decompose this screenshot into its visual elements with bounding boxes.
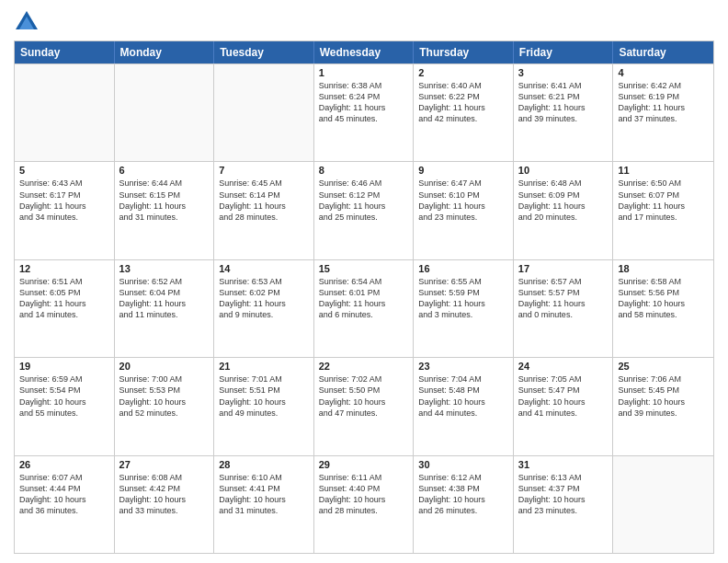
cell-text: Sunrise: 6:38 AMSunset: 6:24 PMDaylight:…: [319, 80, 409, 125]
cell-text: Sunrise: 7:00 AMSunset: 5:53 PMDaylight:…: [119, 373, 210, 419]
day-number: 12: [19, 263, 109, 274]
cell-text: Sunrise: 6:08 AMSunset: 4:42 PMDaylight:…: [119, 472, 210, 517]
cell-text: Sunrise: 6:40 AMSunset: 6:22 PMDaylight:…: [418, 80, 508, 125]
day-number: 30: [418, 459, 508, 470]
cell-text: Sunrise: 6:51 AMSunset: 6:05 PMDaylight:…: [19, 276, 109, 321]
day-number: 23: [418, 361, 508, 372]
cell-text: Sunrise: 7:04 AMSunset: 5:48 PMDaylight:…: [418, 373, 508, 419]
calendar-cell: 8Sunrise: 6:46 AMSunset: 6:12 PMDaylight…: [314, 162, 415, 259]
cell-text: Sunrise: 7:06 AMSunset: 5:45 PMDaylight:…: [618, 373, 709, 419]
cell-text: Sunrise: 7:02 AMSunset: 5:50 PMDaylight:…: [319, 373, 409, 419]
day-number: 3: [518, 67, 609, 78]
calendar-cell: 11Sunrise: 6:50 AMSunset: 6:07 PMDayligh…: [613, 162, 713, 259]
cell-text: Sunrise: 7:01 AMSunset: 5:51 PMDaylight:…: [219, 373, 309, 419]
cell-text: Sunrise: 6:44 AMSunset: 6:15 PMDaylight:…: [119, 178, 210, 223]
calendar-cell: 3Sunrise: 6:41 AMSunset: 6:21 PMDaylight…: [514, 64, 614, 161]
day-number: 4: [618, 67, 709, 78]
cell-text: Sunrise: 7:05 AMSunset: 5:47 PMDaylight:…: [518, 373, 609, 419]
calendar-header-sunday: Sunday: [15, 41, 115, 63]
day-number: 22: [319, 361, 409, 372]
calendar-cell: 15Sunrise: 6:54 AMSunset: 6:01 PMDayligh…: [314, 260, 415, 357]
calendar-cell: 26Sunrise: 6:07 AMSunset: 4:44 PMDayligh…: [15, 456, 115, 553]
cell-text: Sunrise: 6:59 AMSunset: 5:54 PMDaylight:…: [19, 373, 109, 419]
cell-text: Sunrise: 6:57 AMSunset: 5:57 PMDaylight:…: [518, 276, 609, 321]
calendar-header-row: SundayMondayTuesdayWednesdayThursdayFrid…: [15, 41, 713, 63]
calendar-cell: 31Sunrise: 6:13 AMSunset: 4:37 PMDayligh…: [514, 456, 614, 553]
calendar-cell: [214, 64, 314, 161]
calendar-cell: [613, 456, 713, 553]
cell-text: Sunrise: 6:53 AMSunset: 6:02 PMDaylight:…: [219, 276, 309, 321]
calendar-cell: 1Sunrise: 6:38 AMSunset: 6:24 PMDaylight…: [314, 64, 415, 161]
calendar-cell: 4Sunrise: 6:42 AMSunset: 6:19 PMDaylight…: [613, 64, 713, 161]
cell-text: Sunrise: 6:07 AMSunset: 4:44 PMDaylight:…: [19, 472, 109, 517]
calendar-cell: 29Sunrise: 6:11 AMSunset: 4:40 PMDayligh…: [314, 456, 415, 553]
day-number: 27: [119, 459, 210, 470]
calendar-cell: 30Sunrise: 6:12 AMSunset: 4:38 PMDayligh…: [414, 456, 514, 553]
cell-text: Sunrise: 6:12 AMSunset: 4:38 PMDaylight:…: [418, 472, 508, 517]
day-number: 21: [219, 361, 309, 372]
calendar-row-4: 26Sunrise: 6:07 AMSunset: 4:44 PMDayligh…: [15, 455, 713, 553]
calendar-cell: 14Sunrise: 6:53 AMSunset: 6:02 PMDayligh…: [214, 260, 314, 357]
day-number: 29: [319, 459, 409, 470]
day-number: 19: [19, 361, 109, 372]
cell-text: Sunrise: 6:55 AMSunset: 5:59 PMDaylight:…: [418, 276, 508, 321]
cell-text: Sunrise: 6:13 AMSunset: 4:37 PMDaylight:…: [518, 472, 609, 517]
day-number: 15: [319, 263, 409, 274]
day-number: 24: [518, 361, 609, 372]
calendar-cell: [15, 64, 115, 161]
calendar-cell: 28Sunrise: 6:10 AMSunset: 4:41 PMDayligh…: [214, 456, 314, 553]
cell-text: Sunrise: 6:43 AMSunset: 6:17 PMDaylight:…: [19, 178, 109, 223]
calendar-row-2: 12Sunrise: 6:51 AMSunset: 6:05 PMDayligh…: [15, 259, 713, 357]
calendar-cell: 16Sunrise: 6:55 AMSunset: 5:59 PMDayligh…: [414, 260, 514, 357]
logo: [14, 9, 43, 35]
calendar-cell: 18Sunrise: 6:58 AMSunset: 5:56 PMDayligh…: [613, 260, 713, 357]
calendar-row-1: 5Sunrise: 6:43 AMSunset: 6:17 PMDaylight…: [15, 161, 713, 259]
cell-text: Sunrise: 6:46 AMSunset: 6:12 PMDaylight:…: [319, 178, 409, 223]
logo-icon: [14, 9, 40, 35]
day-number: 1: [319, 67, 409, 78]
calendar-header-tuesday: Tuesday: [214, 41, 314, 63]
calendar-cell: 9Sunrise: 6:47 AMSunset: 6:10 PMDaylight…: [414, 162, 514, 259]
calendar: SundayMondayTuesdayWednesdayThursdayFrid…: [14, 40, 714, 554]
calendar-cell: 19Sunrise: 6:59 AMSunset: 5:54 PMDayligh…: [15, 358, 115, 454]
day-number: 26: [19, 459, 109, 470]
calendar-header-monday: Monday: [115, 41, 215, 63]
day-number: 7: [219, 165, 309, 176]
calendar-cell: 20Sunrise: 7:00 AMSunset: 5:53 PMDayligh…: [115, 358, 215, 454]
calendar-cell: 13Sunrise: 6:52 AMSunset: 6:04 PMDayligh…: [115, 260, 215, 357]
day-number: 8: [319, 165, 409, 176]
cell-text: Sunrise: 6:52 AMSunset: 6:04 PMDaylight:…: [119, 276, 210, 321]
cell-text: Sunrise: 6:11 AMSunset: 4:40 PMDaylight:…: [319, 472, 409, 517]
calendar-cell: 10Sunrise: 6:48 AMSunset: 6:09 PMDayligh…: [514, 162, 614, 259]
calendar-header-thursday: Thursday: [414, 41, 514, 63]
cell-text: Sunrise: 6:47 AMSunset: 6:10 PMDaylight:…: [418, 178, 508, 223]
cell-text: Sunrise: 6:48 AMSunset: 6:09 PMDaylight:…: [518, 178, 609, 223]
day-number: 14: [219, 263, 309, 274]
day-number: 10: [518, 165, 609, 176]
calendar-cell: 17Sunrise: 6:57 AMSunset: 5:57 PMDayligh…: [514, 260, 614, 357]
cell-text: Sunrise: 6:58 AMSunset: 5:56 PMDaylight:…: [618, 276, 709, 321]
calendar-body: 1Sunrise: 6:38 AMSunset: 6:24 PMDaylight…: [15, 63, 713, 553]
calendar-cell: 21Sunrise: 7:01 AMSunset: 5:51 PMDayligh…: [214, 358, 314, 454]
day-number: 16: [418, 263, 508, 274]
day-number: 5: [19, 165, 109, 176]
calendar-cell: 22Sunrise: 7:02 AMSunset: 5:50 PMDayligh…: [314, 358, 415, 454]
day-number: 2: [418, 67, 508, 78]
day-number: 18: [618, 263, 709, 274]
day-number: 31: [518, 459, 609, 470]
calendar-cell: 6Sunrise: 6:44 AMSunset: 6:15 PMDaylight…: [115, 162, 215, 259]
calendar-header-friday: Friday: [514, 41, 614, 63]
cell-text: Sunrise: 6:50 AMSunset: 6:07 PMDaylight:…: [618, 178, 709, 223]
day-number: 17: [518, 263, 609, 274]
calendar-header-wednesday: Wednesday: [314, 41, 415, 63]
calendar-header-saturday: Saturday: [613, 41, 713, 63]
cell-text: Sunrise: 6:42 AMSunset: 6:19 PMDaylight:…: [618, 80, 709, 125]
header: [14, 9, 714, 35]
calendar-row-3: 19Sunrise: 6:59 AMSunset: 5:54 PMDayligh…: [15, 357, 713, 454]
day-number: 11: [618, 165, 709, 176]
calendar-cell: 12Sunrise: 6:51 AMSunset: 6:05 PMDayligh…: [15, 260, 115, 357]
day-number: 13: [119, 263, 210, 274]
day-number: 28: [219, 459, 309, 470]
calendar-cell: 27Sunrise: 6:08 AMSunset: 4:42 PMDayligh…: [115, 456, 215, 553]
calendar-cell: 25Sunrise: 7:06 AMSunset: 5:45 PMDayligh…: [613, 358, 713, 454]
